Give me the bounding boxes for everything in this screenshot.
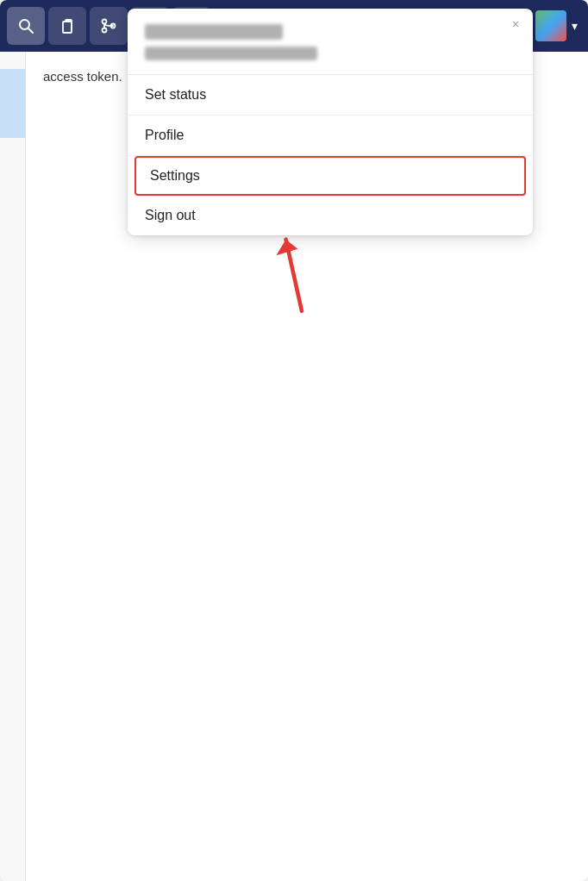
svg-rect-2 — [63, 22, 72, 33]
merge-icon — [100, 17, 117, 34]
avatar-chevron-icon[interactable]: ▾ — [568, 16, 581, 36]
sidebar-highlight — [0, 69, 25, 138]
copy-icon — [59, 17, 76, 34]
close-button[interactable]: × — [507, 16, 524, 33]
sign-out-item[interactable]: Sign out — [128, 196, 533, 235]
merge-button[interactable] — [90, 7, 128, 45]
settings-item[interactable]: Settings — [134, 156, 526, 196]
sidebar — [0, 52, 26, 881]
settings-label: Settings — [150, 168, 200, 183]
sign-out-label: Sign out — [145, 208, 196, 222]
profile-label: Profile — [145, 128, 184, 142]
avatar-image — [535, 10, 566, 41]
search-icon — [17, 17, 34, 34]
search-button[interactable] — [7, 7, 45, 45]
dropdown-header — [128, 9, 533, 75]
set-status-item[interactable]: Set status — [128, 75, 533, 116]
profile-item[interactable]: Profile — [128, 116, 533, 156]
set-status-label: Set status — [145, 87, 206, 102]
app-container: ▾ ▾ access token. × Set status — [0, 0, 588, 881]
avatar[interactable] — [535, 10, 566, 41]
svg-line-1 — [28, 28, 33, 33]
user-name-blur — [145, 24, 283, 40]
access-token-text: access token. — [43, 69, 122, 84]
copy-button[interactable] — [48, 7, 86, 45]
user-email-blur — [145, 47, 317, 60]
dropdown-menu: × Set status Profile Settings Sign out — [128, 9, 533, 235]
avatar-area[interactable]: ▾ — [535, 10, 581, 41]
